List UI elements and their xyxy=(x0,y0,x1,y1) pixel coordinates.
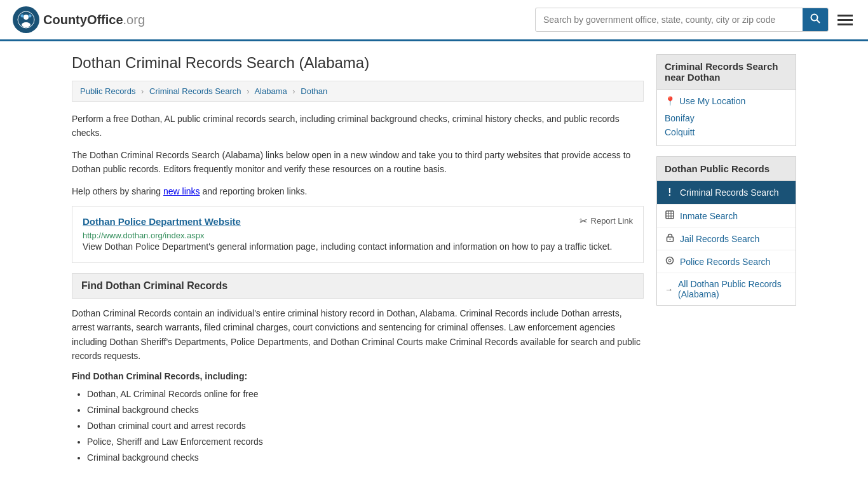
record-item-inmate[interactable]: Inmate Search xyxy=(657,205,796,227)
report-link-button[interactable]: ✂ Report Link xyxy=(580,215,633,227)
find-records-list: Dothan, AL Criminal Records online for f… xyxy=(72,386,644,466)
breadcrumb-alabama[interactable]: Alabama xyxy=(254,86,287,96)
inmate-icon xyxy=(665,210,675,221)
svg-point-14 xyxy=(667,257,674,264)
report-link-text: Report Link xyxy=(591,216,633,226)
content-area: Dothan Criminal Records Search (Alabama)… xyxy=(72,54,644,466)
link-card-url[interactable]: http://www.dothan.org/index.aspx xyxy=(83,231,205,240)
header-right xyxy=(535,8,855,32)
list-item: Dothan, AL Criminal Records online for f… xyxy=(87,386,644,402)
breadcrumb-sep-2: › xyxy=(247,86,249,96)
svg-point-13 xyxy=(669,239,670,240)
sidebar: Criminal Records Search near Dothan 📍 Us… xyxy=(656,54,796,466)
nearby-city-2[interactable]: Colquitt xyxy=(665,125,788,139)
report-icon: ✂ xyxy=(580,215,588,227)
police-icon xyxy=(665,256,675,267)
search-button[interactable] xyxy=(803,8,828,31)
search-bar xyxy=(535,8,829,32)
list-item: Criminal background checks xyxy=(87,402,644,418)
record-item-criminal[interactable]: ! Criminal Records Search xyxy=(657,181,796,205)
find-section-body: Dothan Criminal Records contain an indiv… xyxy=(72,306,644,363)
record-label-criminal: Criminal Records Search xyxy=(680,187,779,198)
breadcrumb: Public Records › Criminal Records Search… xyxy=(72,81,644,102)
new-links-link[interactable]: new links xyxy=(163,186,200,196)
page-title: Dothan Criminal Records Search (Alabama) xyxy=(72,54,644,72)
arrow-right-icon: → xyxy=(665,285,673,294)
public-records-list: ! Criminal Records Search Inmate Searc xyxy=(656,181,796,306)
breadcrumb-sep-3: › xyxy=(292,86,295,96)
header: CountyOffice.org xyxy=(0,0,868,41)
link-card-description: View Dothan Police Department's general … xyxy=(83,240,633,254)
record-label-police: Police Records Search xyxy=(680,257,770,267)
use-location: 📍 Use My Location xyxy=(665,96,788,106)
breadcrumb-criminal-records[interactable]: Criminal Records Search xyxy=(149,86,241,96)
nearby-header: Criminal Records Search near Dothan xyxy=(656,54,796,90)
list-item: Police, Sheriff and Law Enforcement reco… xyxy=(87,434,644,450)
logo-text: CountyOffice.org xyxy=(43,13,145,27)
nearby-content: 📍 Use My Location Bonifay Colquitt xyxy=(656,90,796,146)
svg-rect-7 xyxy=(666,211,674,219)
svg-point-15 xyxy=(668,259,671,262)
list-header: Find Dothan Criminal Records, including: xyxy=(72,371,644,381)
location-pin-icon: 📍 xyxy=(665,96,675,106)
svg-point-1 xyxy=(24,15,29,20)
breadcrumb-public-records[interactable]: Public Records xyxy=(80,86,135,96)
svg-point-5 xyxy=(811,15,818,21)
use-location-link[interactable]: Use My Location xyxy=(679,96,745,106)
public-records-section: Dothan Public Records ! Criminal Records… xyxy=(656,156,796,306)
all-records-label: All Dothan Public Records (Alabama) xyxy=(678,279,788,299)
find-section-box: Find Dothan Criminal Records xyxy=(72,273,644,299)
nearby-city-1[interactable]: Bonifay xyxy=(665,111,788,125)
link-card-title: Dothan Police Department Website xyxy=(83,215,241,227)
public-records-header: Dothan Public Records xyxy=(656,156,796,181)
search-input[interactable] xyxy=(536,10,803,30)
list-item: Criminal background checks xyxy=(87,450,644,466)
breadcrumb-dothan[interactable]: Dothan xyxy=(301,86,327,96)
lock-icon xyxy=(665,233,675,244)
logo-area: CountyOffice.org xyxy=(13,6,145,33)
all-records-link[interactable]: → All Dothan Public Records (Alabama) xyxy=(657,273,796,305)
main-container: Dothan Criminal Records Search (Alabama)… xyxy=(59,41,809,478)
breadcrumb-sep-1: › xyxy=(141,86,144,96)
record-label-jail: Jail Records Search xyxy=(680,234,759,244)
link-card-header: Dothan Police Department Website ✂ Repor… xyxy=(83,215,633,227)
record-label-inmate: Inmate Search xyxy=(680,211,738,221)
svg-point-4 xyxy=(29,15,32,18)
hamburger-menu-button[interactable] xyxy=(835,12,855,28)
record-item-police[interactable]: Police Records Search xyxy=(657,250,796,273)
nearby-section: Criminal Records Search near Dothan 📍 Us… xyxy=(656,54,796,146)
find-section-heading: Find Dothan Criminal Records xyxy=(81,280,634,292)
list-item: Dothan criminal court and arrest records xyxy=(87,418,644,434)
criminal-icon: ! xyxy=(665,187,675,198)
svg-line-6 xyxy=(817,20,820,24)
record-item-jail[interactable]: Jail Records Search xyxy=(657,227,796,250)
intro3-prefix: Help others by sharing xyxy=(72,186,163,196)
intro3-suffix: and reporting broken links. xyxy=(200,186,308,196)
svg-point-2 xyxy=(22,22,31,27)
link-card: Dothan Police Department Website ✂ Repor… xyxy=(72,206,644,263)
svg-point-3 xyxy=(21,15,24,18)
intro-paragraph-2: The Dothan Criminal Records Search (Alab… xyxy=(72,148,644,177)
logo-icon xyxy=(13,6,39,33)
link-card-title-link[interactable]: Dothan Police Department Website xyxy=(83,216,241,227)
intro-paragraph-1: Perform a free Dothan, AL public crimina… xyxy=(72,112,644,140)
intro-paragraph-3: Help others by sharing new links and rep… xyxy=(72,184,644,198)
